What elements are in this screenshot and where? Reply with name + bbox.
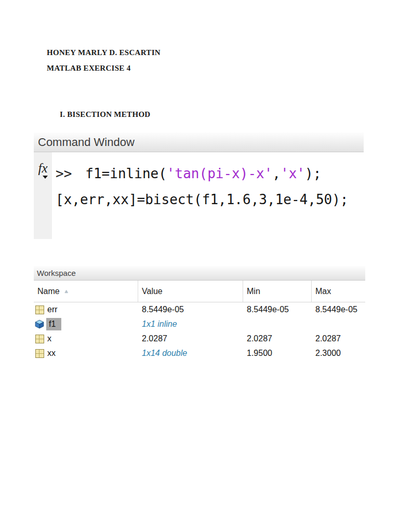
variable-value-cell[interactable]: 8.5449e-05 bbox=[138, 302, 243, 317]
variable-min-cell[interactable] bbox=[243, 317, 312, 331]
inline-object-icon bbox=[35, 320, 44, 329]
workspace-table-rows: err8.5449e-058.5449e-058.5449e-05f11x1 i… bbox=[34, 302, 365, 361]
column-header-min-label: Min bbox=[247, 287, 260, 296]
column-header-name-label: Name bbox=[37, 287, 60, 296]
variable-max-cell[interactable]: 8.5449e-05 bbox=[312, 302, 365, 317]
command-window-titlebar: Command Window bbox=[34, 132, 364, 152]
variable-min-cell[interactable]: 1.9500 bbox=[243, 346, 312, 361]
matrix-icon bbox=[35, 349, 44, 358]
sort-ascending-icon: ▲ bbox=[64, 288, 69, 294]
variable-name-cell[interactable]: err bbox=[34, 302, 138, 317]
document-page: { "doc": { "student_name": "HONEY MARLY … bbox=[0, 0, 399, 532]
variable-value-cell[interactable]: 1x14 double bbox=[138, 346, 243, 361]
code-line: >>f1=inline('tan(pi-x)-x','x'); bbox=[56, 161, 349, 187]
matrix-icon bbox=[35, 335, 44, 343]
workspace-panel: Workspace Name ▲ Value Min Max err8.5449… bbox=[34, 266, 365, 361]
column-header-value-label: Value bbox=[142, 287, 163, 296]
variable-name-cell[interactable]: xx bbox=[34, 346, 138, 361]
code-text: [x,err,xx]=bisect(f1,1.6,3,1e-4,50); bbox=[56, 192, 349, 207]
workspace-table-header: Name ▲ Value Min Max bbox=[34, 281, 365, 302]
variable-value-cell[interactable]: 2.0287 bbox=[138, 331, 243, 346]
variable-name-cell[interactable]: x bbox=[34, 331, 138, 346]
variable-name[interactable]: f1 bbox=[46, 318, 61, 330]
table-row[interactable]: xx1x14 double1.95002.3000 bbox=[34, 346, 365, 361]
code-string-literal: 'tan(pi-x)-x' bbox=[167, 166, 273, 181]
workspace-table: Name ▲ Value Min Max err8.5449e-058.5449… bbox=[34, 281, 365, 361]
column-header-value[interactable]: Value bbox=[138, 281, 243, 302]
column-header-max[interactable]: Max bbox=[312, 281, 365, 302]
table-row[interactable]: f11x1 inline bbox=[34, 317, 365, 331]
command-window-body[interactable]: fx >>f1=inline('tan(pi-x)-x','x');[x,err… bbox=[34, 152, 364, 239]
code-line: [x,err,xx]=bisect(f1,1.6,3,1e-4,50); bbox=[56, 187, 349, 212]
workspace-titlebar: Workspace bbox=[34, 266, 365, 281]
command-window-code[interactable]: >>f1=inline('tan(pi-x)-x','x');[x,err,xx… bbox=[52, 152, 349, 239]
variable-name-cell[interactable]: f1 bbox=[34, 317, 138, 331]
variable-min-cell[interactable]: 2.0287 bbox=[243, 331, 312, 346]
fx-icon[interactable]: fx bbox=[38, 162, 47, 175]
fx-dropdown-caret-icon[interactable] bbox=[43, 176, 48, 179]
section-heading: I. BISECTION METHOD bbox=[60, 110, 151, 119]
student-name: HONEY MARLY D. ESCARTIN bbox=[47, 48, 161, 57]
exercise-title: MATLAB EXERCISE 4 bbox=[47, 64, 161, 73]
code-text: ); bbox=[305, 166, 321, 181]
variable-min-cell[interactable]: 8.5449e-05 bbox=[243, 302, 312, 317]
code-text: f1=inline( bbox=[85, 166, 167, 181]
code-string-literal: 'x' bbox=[281, 166, 305, 181]
variable-value-cell[interactable]: 1x1 inline bbox=[138, 317, 243, 331]
column-header-name[interactable]: Name ▲ bbox=[34, 281, 138, 302]
command-window-title: Command Window bbox=[38, 136, 135, 149]
matrix-icon bbox=[35, 305, 44, 314]
variable-name[interactable]: err bbox=[47, 305, 58, 314]
variable-max-cell[interactable]: 2.3000 bbox=[312, 346, 365, 361]
command-window-gutter: fx bbox=[34, 152, 52, 239]
column-header-min[interactable]: Min bbox=[243, 281, 312, 302]
table-row[interactable]: x2.02872.02872.0287 bbox=[34, 331, 365, 346]
variable-name[interactable]: x bbox=[47, 334, 51, 343]
document-header: HONEY MARLY D. ESCARTIN MATLAB EXERCISE … bbox=[47, 48, 161, 79]
command-prompt: >> bbox=[56, 166, 72, 181]
command-window-panel: Command Window fx >>f1=inline('tan(pi-x)… bbox=[34, 132, 364, 239]
table-row[interactable]: err8.5449e-058.5449e-058.5449e-05 bbox=[34, 302, 365, 317]
variable-name[interactable]: xx bbox=[47, 349, 56, 358]
column-header-max-label: Max bbox=[315, 287, 331, 296]
variable-max-cell[interactable]: 2.0287 bbox=[312, 331, 365, 346]
workspace-title: Workspace bbox=[37, 269, 76, 277]
variable-max-cell[interactable] bbox=[312, 317, 365, 331]
code-text: , bbox=[272, 166, 281, 181]
